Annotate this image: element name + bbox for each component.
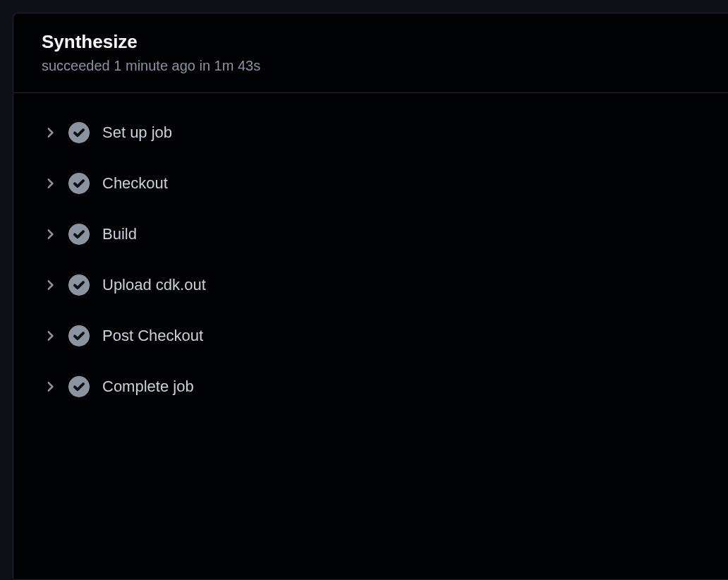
step-row-upload-cdk-out[interactable]: Upload cdk.out [42, 260, 700, 310]
step-label: Checkout [102, 174, 168, 193]
step-row-complete-job[interactable]: Complete job [42, 361, 700, 412]
step-label: Post Checkout [102, 327, 203, 345]
job-panel: Synthesize succeeded 1 minute ago in 1m … [13, 13, 728, 580]
chevron-right-icon [42, 175, 59, 192]
step-label: Complete job [102, 377, 194, 396]
check-circle-icon [68, 122, 90, 143]
job-title: Synthesize [42, 30, 700, 54]
chevron-right-icon [42, 124, 59, 141]
step-row-checkout[interactable]: Checkout [42, 158, 700, 209]
chevron-right-icon [42, 226, 59, 243]
job-status-text: succeeded 1 minute ago in 1m 43s [42, 58, 700, 74]
chevron-right-icon [42, 277, 59, 294]
job-header: Synthesize succeeded 1 minute ago in 1m … [13, 13, 728, 93]
step-label: Set up job [102, 123, 172, 142]
check-circle-icon [68, 325, 90, 346]
check-circle-icon [68, 274, 90, 296]
chevron-right-icon [42, 327, 59, 344]
step-label: Upload cdk.out [102, 276, 206, 294]
step-row-post-checkout[interactable]: Post Checkout [42, 310, 700, 361]
check-circle-icon [68, 376, 90, 397]
step-label: Build [102, 225, 137, 243]
step-row-set-up-job[interactable]: Set up job [42, 107, 700, 158]
step-row-build[interactable]: Build [42, 209, 700, 260]
check-circle-icon [68, 224, 90, 245]
job-steps-list: Set up job Checkout Build [13, 93, 728, 426]
chevron-right-icon [42, 378, 59, 395]
check-circle-icon [68, 173, 90, 194]
